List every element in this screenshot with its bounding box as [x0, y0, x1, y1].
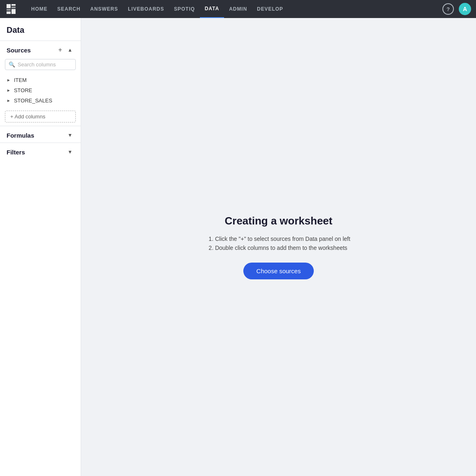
nav-item-answers[interactable]: ANSWERS — [85, 0, 123, 18]
choose-sources-button[interactable]: Choose sources — [243, 263, 314, 279]
nav-item-search[interactable]: SEARCH — [52, 0, 85, 18]
help-button[interactable]: ? — [442, 3, 454, 15]
nav-item-liveboards[interactable]: LIVEBOARDS — [123, 0, 169, 18]
search-icon: 🔍 — [9, 61, 15, 68]
main-content: Creating a worksheet Click the "+" to se… — [81, 18, 476, 476]
source-list: ► ITEM ► STORE ► STORE_SALES — [0, 73, 81, 107]
worksheet-step-1: Click the "+" to select sources from Dat… — [215, 236, 350, 242]
formulas-title: Formulas — [7, 132, 66, 139]
filters-title: Filters — [7, 149, 66, 156]
nav-item-develop[interactable]: DEVELOP — [252, 0, 288, 18]
source-item-chevron-icon: ► — [7, 78, 11, 82]
source-item-store-sales[interactable]: ► STORE_SALES — [0, 95, 81, 106]
worksheet-guide: Creating a worksheet Click the "+" to se… — [207, 215, 350, 279]
add-columns-button[interactable]: + Add columns — [5, 111, 76, 122]
user-avatar[interactable]: A — [459, 3, 471, 15]
search-columns-input[interactable] — [18, 61, 72, 68]
nav-items: HOMESEARCHANSWERSLIVEBOARDSSPOTIQDATAADM… — [26, 0, 288, 18]
add-source-button[interactable]: + — [56, 46, 64, 54]
source-item-label: ITEM — [14, 77, 27, 83]
svg-rect-2 — [11, 7, 16, 8]
svg-rect-3 — [7, 9, 11, 11]
main-layout: Data Sources + ▲ 🔍 ► ITEM ► STORE ► STOR… — [0, 18, 476, 476]
source-store-sales-chevron-icon: ► — [7, 98, 11, 103]
nav-item-admin[interactable]: ADMIN — [224, 0, 252, 18]
source-store-chevron-icon: ► — [7, 88, 11, 93]
source-item-store[interactable]: ► STORE — [0, 85, 81, 95]
page-title: Data — [0, 18, 81, 41]
filters-section-header[interactable]: Filters ▼ — [0, 143, 81, 159]
sidebar: Data Sources + ▲ 🔍 ► ITEM ► STORE ► STOR… — [0, 18, 81, 476]
sources-section-header[interactable]: Sources + ▲ — [0, 41, 81, 57]
nav-item-spotiq[interactable]: SPOTIQ — [169, 0, 200, 18]
nav-item-data[interactable]: DATA — [200, 0, 224, 18]
source-store-sales-label: STORE_SALES — [14, 97, 52, 104]
nav-right: ? A — [442, 3, 471, 15]
svg-rect-0 — [7, 4, 11, 8]
app-logo[interactable] — [5, 2, 18, 16]
sources-title: Sources — [7, 47, 56, 54]
sources-chevron-icon: ▲ — [66, 46, 74, 54]
formulas-section-header[interactable]: Formulas ▼ — [0, 126, 81, 143]
worksheet-heading: Creating a worksheet — [207, 215, 350, 227]
formulas-chevron-icon: ▼ — [66, 131, 74, 139]
worksheet-step-2: Double click columns to add them to the … — [215, 245, 350, 251]
worksheet-steps: Click the "+" to select sources from Dat… — [207, 236, 350, 251]
svg-rect-5 — [11, 9, 16, 14]
nav-item-home[interactable]: HOME — [26, 0, 52, 18]
filters-chevron-icon: ▼ — [66, 148, 74, 156]
source-item-item[interactable]: ► ITEM — [0, 75, 81, 85]
svg-rect-4 — [7, 11, 11, 14]
svg-rect-1 — [11, 4, 16, 6]
search-columns-box[interactable]: 🔍 — [5, 59, 76, 70]
top-navigation: HOMESEARCHANSWERSLIVEBOARDSSPOTIQDATAADM… — [0, 0, 476, 18]
source-store-label: STORE — [14, 87, 32, 93]
